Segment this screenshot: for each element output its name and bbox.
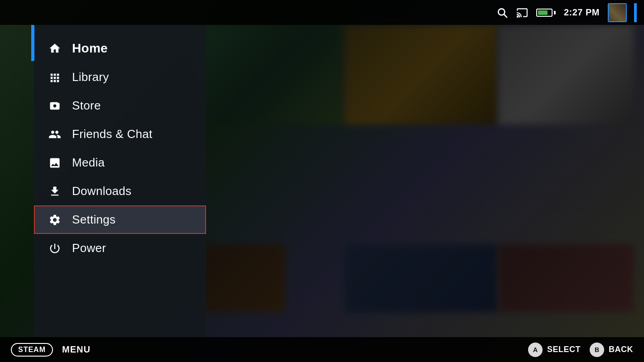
topbar-icons: 2:27 PM	[496, 3, 637, 22]
cast-icon[interactable]	[516, 7, 528, 19]
bg-game-thumb-6	[498, 244, 634, 312]
select-label: SELECT	[547, 345, 581, 354]
battery-fill	[538, 10, 548, 15]
sidebar-item-label-settings: Settings	[72, 213, 115, 227]
sidebar-item-label-home: Home	[72, 41, 108, 56]
media-icon	[48, 157, 62, 169]
home-icon	[48, 42, 62, 55]
battery-body	[536, 9, 553, 17]
back-label: BACK	[609, 345, 633, 354]
sidebar-item-home[interactable]: Home	[34, 34, 206, 63]
sidebar-item-label-media: Media	[72, 156, 105, 170]
user-avatar[interactable]	[608, 3, 627, 22]
avatar-accent	[634, 3, 637, 22]
power-icon	[48, 242, 62, 255]
sidebar-item-label-downloads: Downloads	[72, 184, 131, 198]
a-button-label: A	[533, 346, 538, 353]
bg-game-thumb-3	[498, 25, 634, 124]
topbar-time: 2:27 PM	[564, 7, 600, 18]
sidebar-item-label-power: Power	[72, 241, 106, 255]
sidebar-item-library[interactable]: Library	[34, 63, 206, 91]
svg-line-1	[504, 14, 507, 17]
sidebar-item-media[interactable]: Media	[34, 148, 206, 177]
store-icon	[48, 100, 62, 112]
battery-icon	[536, 9, 556, 17]
back-action: B BACK	[590, 343, 633, 357]
a-button[interactable]: A	[528, 343, 543, 357]
bg-game-thumb-1	[195, 25, 344, 124]
sidebar: Home Library Store Friends & Chat Media …	[34, 25, 206, 337]
downloads-icon	[48, 185, 62, 198]
bg-game-thumb-4	[195, 244, 285, 312]
steam-label: STEAM	[18, 346, 46, 354]
bottombar-actions: A SELECT B BACK	[528, 343, 633, 357]
sidebar-item-settings[interactable]: Settings	[34, 205, 206, 234]
bg-game-thumb-2	[344, 25, 498, 124]
b-button-label: B	[595, 346, 599, 353]
sidebar-item-label-friends: Friends & Chat	[72, 127, 153, 141]
b-button[interactable]: B	[590, 343, 604, 357]
search-icon[interactable]	[496, 7, 508, 19]
menu-label: MENU	[62, 344, 91, 355]
sidebar-item-power[interactable]: Power	[34, 234, 206, 262]
sidebar-item-downloads[interactable]: Downloads	[34, 177, 206, 205]
friends-icon	[48, 128, 62, 141]
library-icon	[48, 71, 62, 84]
sidebar-item-label-library: Library	[72, 70, 109, 84]
sidebar-accent-bar	[31, 25, 34, 61]
sidebar-item-friends[interactable]: Friends & Chat	[34, 120, 206, 148]
settings-icon	[48, 214, 62, 226]
sidebar-item-store[interactable]: Store	[34, 91, 206, 120]
battery-tip	[554, 11, 556, 14]
topbar: 2:27 PM	[0, 0, 644, 25]
bg-game-thumb-5	[344, 244, 498, 312]
bottombar: STEAM MENU A SELECT B BACK	[0, 337, 644, 362]
select-action: A SELECT	[528, 343, 581, 357]
steam-menu-button[interactable]: STEAM	[11, 343, 53, 357]
sidebar-item-label-store: Store	[72, 99, 101, 113]
svg-point-0	[498, 9, 505, 15]
